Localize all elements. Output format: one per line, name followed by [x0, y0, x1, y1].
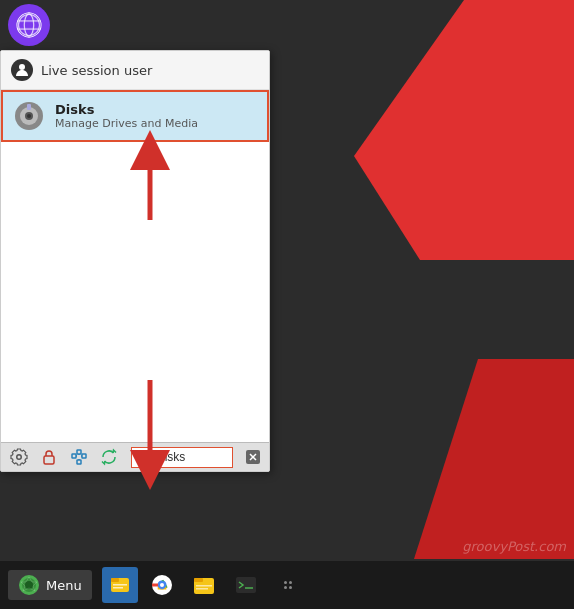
svg-rect-17 [82, 454, 86, 458]
user-avatar [11, 59, 33, 81]
file-manager-icon [109, 574, 131, 596]
svg-rect-16 [72, 454, 76, 458]
files-button[interactable] [186, 567, 222, 603]
svg-point-39 [160, 583, 164, 587]
settings-icon-button[interactable] [7, 445, 31, 469]
svg-rect-34 [113, 584, 127, 586]
svg-rect-41 [194, 578, 203, 582]
bottom-taskbar: Menu [0, 561, 574, 609]
svg-rect-33 [111, 578, 119, 582]
search-input[interactable] [156, 450, 228, 464]
start-label: Menu [46, 578, 82, 593]
disks-title: Disks [55, 102, 198, 117]
search-clear-button[interactable] [243, 447, 263, 467]
svg-rect-19 [77, 460, 81, 464]
launcher-header: Live session user [1, 51, 269, 90]
app-launcher: Live session user Disks Manage Drives an… [0, 50, 270, 472]
more-apps-button[interactable] [270, 567, 306, 603]
desktop: Live session user Disks Manage Drives an… [0, 0, 574, 609]
disks-subtitle: Manage Drives and Media [55, 117, 198, 130]
refresh-icon-button[interactable] [97, 445, 121, 469]
launcher-results-area [1, 142, 269, 442]
terminal-icon [234, 573, 258, 597]
disks-item-text: Disks Manage Drives and Media [55, 102, 198, 130]
launcher-bottom-icons: 🔍 [1, 442, 269, 471]
red-shape-bottom [414, 359, 574, 559]
search-icon: 🔍 [136, 450, 152, 465]
svg-rect-15 [44, 456, 54, 464]
globe-button[interactable] [8, 4, 50, 46]
svg-point-13 [27, 114, 31, 118]
globe-icon [15, 11, 43, 39]
chrome-button[interactable] [144, 567, 180, 603]
network-icon-button[interactable] [67, 445, 91, 469]
svg-rect-44 [236, 577, 256, 593]
svg-rect-42 [196, 585, 212, 587]
watermark: groovyPost.com [462, 539, 566, 554]
svg-rect-14 [27, 104, 31, 110]
terminal-button[interactable] [228, 567, 264, 603]
disks-result-item[interactable]: Disks Manage Drives and Media [1, 90, 269, 142]
user-label: Live session user [41, 63, 152, 78]
disks-app-icon [13, 100, 45, 132]
files-icon [192, 573, 216, 597]
svg-rect-35 [113, 587, 123, 589]
svg-rect-18 [77, 450, 81, 454]
svg-rect-43 [196, 588, 208, 590]
taskbar-active-window[interactable] [102, 567, 138, 603]
svg-point-9 [19, 64, 25, 70]
chrome-icon [150, 573, 174, 597]
start-icon [18, 574, 40, 596]
top-taskbar [0, 0, 574, 50]
start-button[interactable]: Menu [8, 570, 92, 600]
lock-icon-button[interactable] [37, 445, 61, 469]
svg-point-4 [17, 13, 40, 36]
